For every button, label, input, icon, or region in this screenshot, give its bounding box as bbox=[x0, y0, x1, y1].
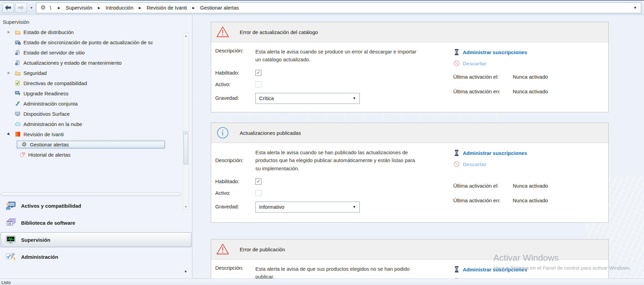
forward-button[interactable] bbox=[15, 3, 27, 13]
status-text: Listo bbox=[1, 280, 11, 285]
back-button[interactable] bbox=[2, 3, 14, 13]
console-window: ▼ ⚙ \ ▶ Supervisión ▶ Introducción ▶ Rev… bbox=[0, 0, 644, 285]
workspace-activos-y-compatibilidad[interactable]: Activos y compatibilidad bbox=[1, 198, 191, 213]
workspace-supervision[interactable]: Supervisión bbox=[1, 232, 191, 247]
breadcrumb-separator-icon: ▶ bbox=[139, 6, 141, 10]
alert-title: Error de actualización del catálogo bbox=[240, 29, 318, 35]
cloud-icon bbox=[14, 122, 21, 126]
expand-icon[interactable]: ▶ bbox=[6, 30, 12, 34]
tree-item-label: Gestionar alertas bbox=[30, 142, 69, 147]
monitoring-icon bbox=[5, 235, 17, 244]
selected-tree-item[interactable]: ⚙ Gestionar alertas bbox=[16, 140, 165, 149]
dismiss-link: Descartar bbox=[463, 161, 486, 167]
alert-card-publication-error: Error de publicación Descripción: Esta a… bbox=[211, 239, 609, 279]
tree-item-label: Estado de distribución bbox=[23, 29, 74, 35]
last-triggered-on-label: Última activación el: bbox=[453, 183, 513, 189]
tree-item-label: Seguridad bbox=[23, 70, 47, 76]
tree-item-actualizaciones-mantenimiento[interactable]: Actualizaciones y estado de mantenimient… bbox=[0, 58, 192, 68]
alert-description: Esta alerta le avisa cuando se han publi… bbox=[255, 148, 418, 172]
tree-item-administracion-nube[interactable]: Administración en la nube bbox=[0, 119, 192, 129]
dismiss-icon bbox=[453, 60, 460, 66]
check-icon: ✓ bbox=[257, 179, 260, 184]
software-library-icon bbox=[5, 218, 17, 227]
breadcrumb-root[interactable]: \ bbox=[50, 5, 51, 11]
manage-subscriptions-link[interactable]: Administrar suscripciones bbox=[463, 150, 527, 156]
severity-label: Gravedad: bbox=[215, 202, 255, 209]
hourglass-icon bbox=[453, 150, 460, 156]
tree-item-administracion-conjunta[interactable]: Administración conjunta bbox=[0, 98, 192, 109]
enabled-checkbox[interactable]: ✓ bbox=[255, 70, 261, 76]
breadcrumb-item-introduccion[interactable]: Introducción bbox=[106, 5, 134, 11]
last-triggered-on-value: Nunca activado bbox=[513, 183, 548, 189]
scroll-up-icon[interactable]: ▲ bbox=[183, 33, 188, 38]
tree-item-seguridad[interactable]: ▶ Seguridad bbox=[0, 68, 192, 78]
dismiss-icon bbox=[453, 278, 460, 279]
workspace-list: Activos y compatibilidad Biblioteca de s… bbox=[1, 198, 191, 266]
active-checkbox: ✓ bbox=[255, 190, 261, 196]
alert-card-body: Descripción: Esta alerta le avisa de que… bbox=[211, 259, 608, 279]
dismiss-link: Descartar bbox=[463, 61, 486, 66]
tree-item-label: Upgrade Readiness bbox=[23, 91, 69, 96]
chevron-down-icon: ▼ bbox=[353, 205, 356, 209]
workspace-administracion[interactable]: Administración bbox=[1, 249, 191, 264]
breadcrumb-bar[interactable]: ⚙ \ ▶ Supervisión ▶ Introducción ▶ Revis… bbox=[36, 2, 641, 13]
last-triggered-at-label: Última activación en: bbox=[453, 89, 513, 94]
tree-item-label: Revisión de Ivanti bbox=[23, 131, 64, 137]
tree-item-label: Estado de sincronización de punto de act… bbox=[23, 39, 153, 45]
info-icon bbox=[216, 126, 230, 139]
enabled-checkbox[interactable]: ✓ bbox=[255, 178, 261, 185]
manage-subscriptions-link[interactable]: Administrar suscripciones bbox=[463, 49, 527, 55]
workspace-biblioteca-de-software[interactable]: Biblioteca de software bbox=[1, 215, 191, 230]
collapse-icon[interactable]: ▶ bbox=[6, 131, 12, 137]
tree-item-upgrade-readiness[interactable]: Upgrade Readiness bbox=[0, 88, 192, 98]
enabled-label: Habilitado: bbox=[215, 178, 255, 184]
hourglass-icon bbox=[453, 266, 460, 272]
last-triggered-at-value: Nunca activado bbox=[513, 197, 548, 203]
gear-icon: ⚙ bbox=[21, 142, 28, 147]
settings-gear-icon: ⚙ bbox=[40, 5, 46, 11]
workspace-label: Biblioteca de software bbox=[21, 220, 75, 226]
workspace-options-caret-icon[interactable]: ▼ bbox=[184, 270, 187, 273]
expand-icon[interactable]: ▶ bbox=[6, 71, 12, 75]
tree-vertical-scrollbar[interactable]: ▲ ≡ ▼ bbox=[183, 33, 189, 210]
tree-item-directivas-compatibilidad[interactable]: Directivas de compatibilidad bbox=[0, 78, 192, 88]
sidebar: Supervisión ▶ Estado de distribución Est… bbox=[0, 15, 192, 279]
tree-item-gestionar-alertas[interactable]: ⚙ Gestionar alertas bbox=[0, 139, 192, 149]
breadcrumb-separator-icon: ▶ bbox=[192, 6, 195, 10]
tree-item-estado-sincronizacion[interactable]: Estado de sincronización de punto de act… bbox=[0, 37, 192, 47]
breadcrumb-item-gestionar-alertas[interactable]: Gestionar alertas bbox=[200, 5, 239, 11]
navigation-bar: ▼ ⚙ \ ▶ Supervisión ▶ Introducción ▶ Rev… bbox=[0, 1, 644, 15]
breadcrumb-separator-icon: ▶ bbox=[58, 6, 60, 10]
severity-dropdown[interactable]: Informativo ▼ bbox=[255, 202, 360, 212]
scrollbar-thumb[interactable]: ≡ bbox=[184, 131, 188, 164]
alert-card-header: Error de publicación bbox=[211, 239, 608, 259]
site-server-status-icon bbox=[14, 50, 21, 55]
nav-history-caret-icon[interactable]: ▼ bbox=[30, 6, 33, 10]
tree-item-estado-servidor-sitio[interactable]: Estado del servidor de sitio bbox=[0, 47, 192, 58]
main-frame: Supervisión ▶ Estado de distribución Est… bbox=[0, 15, 644, 279]
tree-horizontal-scrollbar[interactable] bbox=[1, 192, 181, 196]
tree-item-dispositivos-surface[interactable]: Dispositivos Surface bbox=[0, 109, 192, 119]
description-label: Descripción: bbox=[215, 265, 255, 271]
tree-item-label: Historial de alertas bbox=[28, 152, 70, 158]
upgrade-readiness-icon bbox=[14, 91, 21, 96]
surface-devices-icon bbox=[14, 111, 21, 116]
back-arrow-icon bbox=[4, 5, 12, 11]
severity-dropdown[interactable]: Crítica ▼ bbox=[255, 93, 360, 104]
breadcrumb-separator-icon: ▶ bbox=[98, 6, 100, 10]
alert-description: Esta alerta le avisa de que sus producto… bbox=[255, 265, 418, 279]
servicing-status-icon bbox=[14, 60, 21, 65]
manage-subscriptions-link[interactable]: Administrar suscripciones bbox=[463, 267, 527, 272]
breadcrumb-dropdown-caret-icon[interactable]: ▼ bbox=[633, 6, 637, 10]
warning-icon bbox=[216, 26, 230, 38]
breadcrumb-item-supervision[interactable]: Supervisión bbox=[66, 5, 92, 11]
tree-item-estado-de-distribucion[interactable]: ▶ Estado de distribución bbox=[0, 27, 192, 37]
tree-item-revision-de-ivanti[interactable]: ▶ Revisión de Ivanti bbox=[0, 129, 192, 139]
tree-item-historial-de-alertas[interactable]: Historial de alertas bbox=[0, 149, 192, 160]
warning-icon bbox=[216, 243, 230, 255]
alert-card-header: Actualizaciones publicadas bbox=[211, 123, 608, 143]
breadcrumb-item-revision-de-ivanti[interactable]: Revisión de Ivanti bbox=[147, 5, 187, 11]
last-triggered-at-label: Última activación en: bbox=[453, 197, 513, 203]
ivanti-icon bbox=[14, 131, 21, 137]
workspace-label: Administración bbox=[21, 254, 58, 260]
